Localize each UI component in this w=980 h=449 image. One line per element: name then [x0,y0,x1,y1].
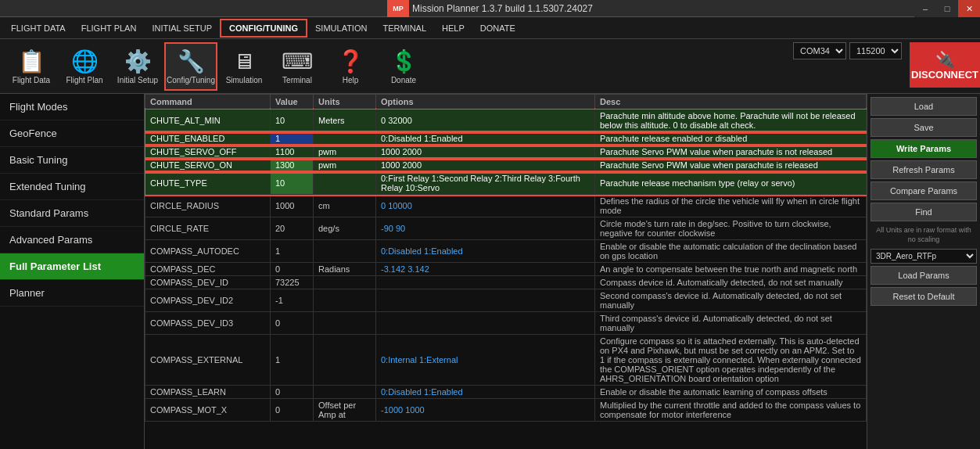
save-button[interactable]: Save [871,118,977,137]
param-value[interactable]: 0 [271,386,314,399]
toolbar-donate-label: Donate [391,76,416,84]
refresh-params-button[interactable]: Refresh Params [871,160,977,179]
param-command: COMPASS_LEARN [145,386,271,399]
param-units: Offset per Amp at [314,399,376,422]
sidebar-item-advanced-params[interactable]: Advanced Params [0,227,144,253]
reset-to-default-button[interactable]: Reset to Default [871,287,977,306]
param-value[interactable]: 1 [271,132,314,145]
param-value[interactable]: 10 [271,172,314,195]
table-row[interactable]: CHUTE_ALT_MIN10Meters0 32000Parachute mi… [145,110,867,132]
toolbar-help-label: Help [343,76,359,84]
donate-icon: 💲 [390,48,418,74]
toolbar-initial-setup[interactable]: ⚙️ Initial Setup [111,42,164,91]
table-row[interactable]: CHUTE_SERVO_OFF1100pwm1000 2000Parachute… [145,145,867,159]
menu-help[interactable]: HELP [434,20,472,36]
toolbar-simulation[interactable]: 🖥 Simulation [217,42,271,91]
close-button[interactable]: ✕ [958,0,980,17]
menu-flight-plan[interactable]: FLIGHT PLAN [74,20,145,36]
table-row[interactable]: COMPASS_DEV_ID30Third compass's device i… [145,312,867,335]
param-units [314,240,376,263]
disconnect-button[interactable]: 🔌 DISCONNECT [910,42,980,88]
param-options: -3.142 3.142 [376,263,595,276]
param-options: -90 90 [376,217,595,240]
menu-flight-data[interactable]: FLIGHT DATA [3,20,74,36]
write-params-button[interactable]: Write Params [871,139,977,158]
param-value[interactable]: 10 [271,110,314,132]
toolbar-initial-setup-label: Initial Setup [117,76,158,84]
toolbar-config-tuning[interactable]: 🔧 Config/Tuning [164,42,217,91]
param-desc: An angle to compensate between the true … [595,263,867,276]
sidebar-item-planner[interactable]: Planner [0,280,144,307]
param-units: deg/s [314,217,376,240]
sidebar-item-flight-modes[interactable]: Flight Modes [0,94,144,120]
load-params-button[interactable]: Load Params [871,266,977,285]
table-row[interactable]: CIRCLE_RATE20deg/s-90 90Circle mode's tu… [145,217,867,240]
param-options: 0 32000 [376,110,595,132]
menu-terminal[interactable]: TERMINAL [375,20,434,36]
param-desc: Circle mode's turn rate in deg/sec. Posi… [595,217,867,240]
toolbar-help[interactable]: ❓ Help [324,42,377,91]
table-row[interactable]: COMPASS_DEV_ID2-1Second compass's device… [145,289,867,312]
menu-initial-setup[interactable]: INITIAL SETUP [144,20,220,36]
table-row[interactable]: CHUTE_TYPE100:First Relay 1:Second Relay… [145,172,867,195]
param-options: 1000 2000 [376,145,595,159]
table-row[interactable]: COMPASS_AUTODEC10:Disabled 1:EnabledEnab… [145,240,867,263]
compare-params-button[interactable]: Compare Params [871,181,977,200]
units-info: All Units are in raw format with no scal… [871,224,977,246]
table-row[interactable]: CHUTE_SERVO_ON1300pwm1000 2000Parachute … [145,159,867,172]
toolbar-terminal[interactable]: ⌨ Terminal [271,42,324,91]
menu-config-tuning[interactable]: CONFIG/TUNING [220,19,307,38]
maximize-button[interactable]: □ [936,0,958,17]
table-row[interactable]: CIRCLE_RADIUS1000cm0 10000Defines the ra… [145,195,867,217]
minimize-button[interactable]: – [914,0,936,17]
profile-select[interactable]: 3DR_Aero_RTFp [871,249,977,264]
param-value[interactable]: 0 [271,263,314,276]
param-command: CHUTE_ENABLED [145,132,271,145]
param-value[interactable]: 0 [271,399,314,422]
param-value[interactable]: -1 [271,289,314,312]
com-port-select[interactable]: COM34 [793,42,846,59]
table-row[interactable]: COMPASS_LEARN00:Disabled 1:EnabledEnable… [145,386,867,399]
load-button[interactable]: Load [871,97,977,116]
table-row[interactable]: COMPASS_MOT_X0Offset per Amp at-1000 100… [145,399,867,422]
sidebar-item-geofence[interactable]: GeoFence [0,120,144,147]
menu-donate[interactable]: DONATE [472,20,523,36]
simulation-icon: 🖥 [233,48,255,74]
table-row[interactable]: COMPASS_EXTERNAL10:Internal 1:ExternalCo… [145,335,867,386]
param-table-container[interactable]: Command Value Units Options Desc CHUTE_A… [145,94,867,449]
param-command: COMPASS_AUTODEC [145,240,271,263]
param-units [314,386,376,399]
param-value[interactable]: 1100 [271,145,314,159]
param-value[interactable]: 1300 [271,159,314,172]
param-command: COMPASS_EXTERNAL [145,335,271,386]
sidebar-item-standard-params[interactable]: Standard Params [0,200,144,227]
param-value[interactable]: 1 [271,240,314,263]
toolbar-donate[interactable]: 💲 Donate [377,42,430,91]
toolbar-flight-data[interactable]: 📋 Flight Data [5,42,58,91]
param-units [314,289,376,312]
param-value[interactable]: 20 [271,217,314,240]
disconnect-icon: 🔌 [935,50,955,69]
param-value[interactable]: 1000 [271,195,314,217]
param-options: 1000 2000 [376,159,595,172]
param-command: COMPASS_DEC [145,263,271,276]
config-tuning-icon: 🔧 [178,48,205,74]
sidebar-item-full-param-list[interactable]: Full Parameter List [0,253,144,280]
param-desc: Defines the radius of the circle the veh… [595,195,867,217]
baud-rate-select[interactable]: 115200 [849,42,902,59]
sidebar-item-basic-tuning[interactable]: Basic Tuning [0,147,144,174]
find-button[interactable]: Find [871,203,977,221]
help-icon: ❓ [337,48,364,74]
param-command: COMPASS_DEV_ID [145,276,271,289]
param-value[interactable]: 0 [271,312,314,335]
param-value[interactable]: 1 [271,335,314,386]
param-options [376,276,595,289]
toolbar-flight-plan[interactable]: 🌐 Flight Plan [58,42,111,91]
table-row[interactable]: CHUTE_ENABLED10:Disabled 1:EnabledParach… [145,132,867,145]
table-row[interactable]: COMPASS_DEV_ID73225Compass device id. Au… [145,276,867,289]
sidebar-item-extended-tuning[interactable]: Extended Tuning [0,174,144,200]
param-value[interactable]: 73225 [271,276,314,289]
menu-simulation[interactable]: SIMULATION [307,20,375,36]
table-row[interactable]: COMPASS_DEC0Radians-3.142 3.142An angle … [145,263,867,276]
param-desc: Parachute Servo PWM value when parachute… [595,145,867,159]
